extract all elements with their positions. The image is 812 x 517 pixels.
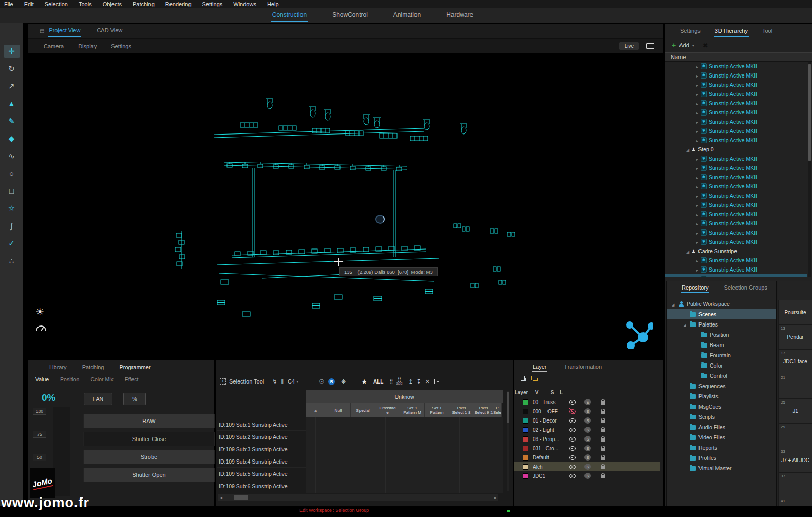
hierarchy-scrollbar[interactable] [808, 62, 811, 277]
lock-icon[interactable] [601, 411, 605, 414]
preset-button[interactable]: 37 [778, 472, 812, 497]
fixture-row[interactable]: ID:109 Sub:1 Sunstrip Active [217, 418, 306, 431]
main-tab[interactable]: Animation [392, 8, 422, 22]
add-grid-icon[interactable]: ⣿add [396, 377, 403, 386]
repository-row[interactable]: Video Files [667, 432, 776, 443]
record-icon[interactable]: R [328, 378, 335, 385]
layers-stack-icon[interactable] [519, 376, 525, 380]
menu-item[interactable]: Tools [79, 1, 92, 7]
sun-icon[interactable]: ☀ [35, 306, 44, 318]
expander-icon[interactable] [672, 301, 676, 307]
preset-button[interactable]: 21 [778, 374, 812, 398]
programmer-subtab[interactable]: Color Mix [90, 376, 113, 382]
menu-item[interactable]: Settings [202, 1, 223, 7]
column-header[interactable]: Set 1Pattern [425, 403, 449, 417]
clear-selection-icon[interactable]: ✕ [425, 378, 430, 385]
viewport-tab[interactable]: CAD View [96, 25, 123, 37]
repository-row[interactable]: Palettes [667, 319, 776, 330]
repository-row[interactable]: Fountain [667, 350, 776, 360]
horizontal-scrollbar[interactable]: ◂ ▸ [218, 494, 498, 501]
layer-row[interactable]: 03 - Peop... S [514, 434, 660, 444]
right-panel-tab[interactable]: 3D Hierarchy [714, 25, 749, 37]
expander-icon[interactable] [683, 321, 687, 328]
expand-arrow-icon[interactable] [696, 109, 698, 116]
repository-row[interactable]: Scenes [667, 309, 776, 319]
solo-badge-icon[interactable]: S [584, 445, 591, 451]
solo-badge-icon[interactable]: S [584, 473, 591, 479]
hierarchy-row[interactable]: Sunstrip Active MKII [665, 191, 807, 200]
column-header[interactable]: PixelSelect 9-1 [474, 403, 493, 417]
fixture-row[interactable]: ID:109 Sub:2 Sunstrip Active [217, 431, 306, 443]
right-panel-tab[interactable]: Settings [679, 25, 702, 37]
menu-item[interactable]: Patching [133, 1, 155, 7]
main-tab[interactable]: Construction [271, 8, 308, 22]
layer-color-swatch[interactable] [523, 446, 528, 451]
hierarchy-row[interactable]: Step 0 [665, 145, 807, 154]
hierarchy-row[interactable]: Sunstrip Active MKII [665, 126, 807, 136]
hierarchy-row[interactable]: Sunstrip Active MKII [665, 89, 807, 99]
hierarchy-row[interactable]: Sunstrip Active MKII [665, 256, 807, 265]
column-header[interactable]: Crossfade [375, 403, 400, 417]
visibility-eye-icon[interactable] [569, 408, 576, 414]
expand-arrow-icon[interactable] [696, 220, 698, 226]
menu-item[interactable]: Selection [45, 1, 68, 7]
fixture-row[interactable]: ID:109 Sub:4 Sunstrip Active [217, 455, 306, 468]
menu-item[interactable]: Objects [103, 1, 122, 7]
visibility-eye-icon[interactable] [569, 445, 576, 451]
hierarchy-row[interactable]: Sunstrip Active MKII [665, 274, 807, 277]
solo-badge-icon[interactable]: S [584, 464, 591, 470]
menu-item[interactable]: Help [267, 1, 279, 7]
programmer-tab[interactable]: Library [49, 361, 67, 373]
add-button[interactable]: Add [679, 42, 689, 48]
main-tab[interactable]: Hardware [445, 8, 474, 22]
menu-item[interactable]: Edit [24, 1, 34, 7]
selection-tool-icon[interactable]: + [220, 378, 226, 385]
repository-row[interactable]: Profiles [667, 453, 776, 463]
menu-item[interactable]: Windows [233, 1, 256, 7]
right-panel-tab[interactable]: Tool [761, 25, 773, 37]
pin-up-icon[interactable]: ↥ [408, 378, 413, 385]
layer-color-swatch[interactable] [523, 409, 528, 414]
gauge-icon[interactable] [35, 323, 47, 334]
layer-color-swatch[interactable] [523, 427, 528, 433]
expand-arrow-icon[interactable] [696, 119, 698, 125]
hierarchy-row[interactable]: Sunstrip Active MKII [665, 108, 807, 117]
hierarchy-row[interactable]: Sunstrip Active MKII [665, 200, 807, 209]
preset-button[interactable]: 25 J1 [778, 398, 812, 423]
viewport-tab[interactable]: Project View [48, 25, 81, 37]
repository-row[interactable]: Playlists [667, 391, 776, 401]
solo-badge-icon[interactable]: S [584, 454, 591, 461]
hierarchy-row[interactable]: Sunstrip Active MKII [665, 173, 807, 182]
expand-arrow-icon[interactable] [686, 146, 689, 152]
layer-row[interactable]: 00 - Truss S [514, 397, 660, 407]
expand-arrow-icon[interactable] [696, 266, 698, 273]
layer-color-swatch[interactable] [523, 464, 528, 470]
programmer-button[interactable]: Shutter Close [83, 432, 215, 446]
column-header[interactable]: Null [326, 403, 351, 417]
lock-icon[interactable] [601, 448, 605, 451]
hierarchy-row[interactable]: Sunstrip Active MKII [665, 117, 807, 126]
preset-button[interactable]: 29 [778, 423, 812, 448]
repository-row[interactable]: Virtual Master [667, 463, 776, 473]
visibility-eye-icon[interactable] [569, 454, 576, 461]
repository-tab[interactable]: Repository [681, 282, 709, 293]
scroll-left-icon[interactable]: ◂ [218, 495, 224, 500]
hierarchy-row[interactable]: Sunstrip Active MKII [665, 62, 807, 71]
quick-select-icon[interactable]: ↯ [272, 378, 277, 385]
preset-button[interactable]: 17 JDC1 face [778, 349, 812, 374]
visibility-eye-icon[interactable] [569, 399, 576, 405]
expand-arrow-icon[interactable] [696, 82, 698, 88]
repository-row[interactable]: Public Workspace [667, 299, 776, 309]
layer-row[interactable]: Default S [514, 453, 660, 462]
menu-item[interactable]: Rendering [165, 1, 192, 7]
fan-button[interactable]: FAN [84, 393, 112, 405]
vertical-scrollbar[interactable] [507, 391, 509, 491]
main-tab[interactable]: ShowControl [331, 8, 369, 22]
lock-icon[interactable] [601, 438, 605, 442]
display-icon[interactable] [434, 379, 441, 384]
repository-row[interactable]: MsgCues [667, 401, 776, 412]
layer-row[interactable]: Alch S [514, 462, 660, 471]
c4-dropdown[interactable]: C4 ▾ [288, 378, 298, 385]
expand-arrow-icon[interactable] [696, 63, 698, 69]
expand-arrow-icon[interactable] [686, 248, 689, 254]
